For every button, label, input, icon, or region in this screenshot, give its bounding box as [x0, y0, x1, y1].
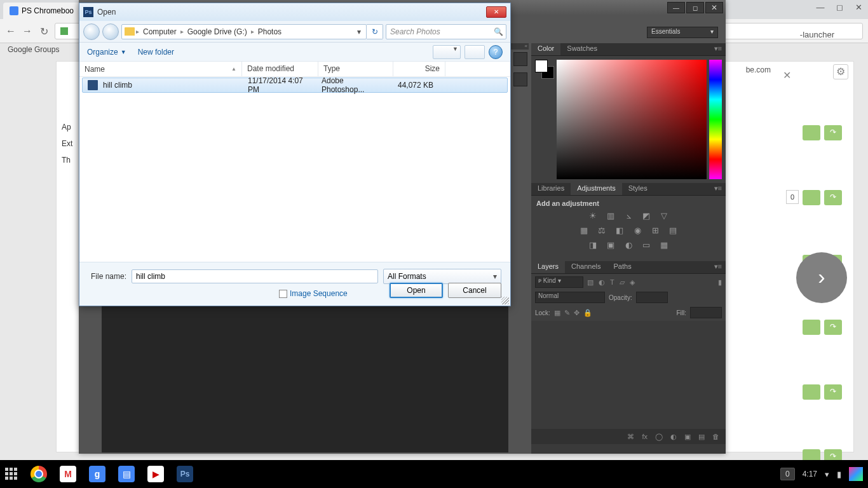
filter-pixel-icon[interactable]: ▧	[587, 278, 593, 287]
gmail-icon[interactable]: M	[60, 466, 76, 482]
chevron-down-icon[interactable]: ▾	[355, 27, 363, 36]
share-button[interactable]: ↷	[824, 320, 842, 335]
ext-button[interactable]	[803, 320, 820, 335]
share-button[interactable]: ↷	[824, 190, 842, 205]
new-folder-button[interactable]: New folder	[138, 48, 174, 57]
ps-maximize[interactable]: ◻	[686, 2, 704, 13]
paths-tab[interactable]: Paths	[607, 261, 638, 273]
close-icon[interactable]: ✕	[782, 69, 791, 78]
gdocs-icon[interactable]: ▤	[118, 466, 135, 482]
nav-forward-button[interactable]	[102, 24, 119, 40]
exposure-icon[interactable]: ◩	[641, 211, 652, 222]
lock-paint-icon[interactable]: ✎	[564, 309, 570, 317]
invert-icon[interactable]: ◨	[587, 240, 599, 252]
blend-mode-select[interactable]: Normal	[535, 292, 605, 303]
photoshop-icon[interactable]: Ps	[177, 466, 193, 482]
layers-list[interactable]	[531, 321, 726, 429]
vibrance-icon[interactable]: ▽	[658, 211, 670, 222]
chrome-icon[interactable]	[31, 466, 47, 482]
styles-tab[interactable]: Styles	[622, 183, 654, 195]
ext-button[interactable]	[803, 125, 820, 140]
filter-toggle-icon[interactable]: ▮	[718, 278, 722, 287]
file-filter-select[interactable]: All Formats	[383, 269, 501, 284]
filter-type-icon[interactable]: T	[610, 278, 614, 287]
workspace-selector[interactable]: Essentials	[647, 27, 718, 38]
youtube-icon[interactable]: ▶	[147, 466, 164, 482]
trash-icon[interactable]: 🗑	[712, 433, 719, 440]
lookup-icon[interactable]: ▤	[667, 226, 679, 237]
reload-button[interactable]: ↻	[38, 25, 50, 37]
breadcrumb-seg[interactable]: Computer	[140, 27, 179, 36]
chevron-right-icon[interactable]: ▸	[180, 28, 184, 35]
adjustments-tab[interactable]: Adjustments	[571, 183, 622, 195]
libraries-tab[interactable]: Libraries	[531, 183, 571, 195]
back-button[interactable]: ←	[5, 25, 17, 37]
preview-pane-button[interactable]	[465, 45, 485, 59]
col-date[interactable]: Date modified	[242, 62, 318, 76]
gradient-map-icon[interactable]: ▭	[641, 240, 652, 252]
dialog-close-button[interactable]: ✕	[486, 6, 506, 18]
bookmark-item[interactable]: Google Groups	[8, 45, 59, 54]
channel-mixer-icon[interactable]: ⊞	[649, 226, 661, 237]
col-type[interactable]: Type	[318, 62, 393, 76]
share-button[interactable]: ↷	[824, 384, 842, 400]
col-size[interactable]: Size	[393, 62, 445, 76]
forward-button[interactable]: →	[22, 25, 33, 37]
apps-launcher-icon[interactable]	[5, 468, 18, 480]
levels-icon[interactable]: ▥	[605, 211, 616, 222]
channels-tab[interactable]: Channels	[565, 261, 607, 273]
lock-trans-icon[interactable]: ▦	[554, 309, 560, 317]
filter-smart-icon[interactable]: ◈	[630, 278, 635, 287]
search-icon[interactable]: 🔍	[494, 27, 503, 36]
google-icon[interactable]: g	[89, 466, 105, 482]
foreground-swatch[interactable]	[535, 60, 548, 72]
chevron-right-icon[interactable]: ▸	[251, 28, 254, 35]
chrome-minimize[interactable]: —	[814, 3, 827, 12]
swatches-tab[interactable]: Swatches	[560, 43, 604, 55]
col-name[interactable]: Name▲	[79, 62, 242, 76]
breadcrumb-seg[interactable]: Google Drive (G:)	[185, 27, 250, 36]
group-icon[interactable]: ▣	[684, 433, 691, 441]
view-options-button[interactable]: ▼	[433, 45, 461, 59]
new-layer-icon[interactable]: ▤	[698, 433, 705, 441]
clock[interactable]: 4:17	[803, 470, 817, 478]
panel-collapse-icon[interactable]: «	[510, 43, 529, 50]
posterize-icon[interactable]: ▣	[605, 240, 616, 252]
threshold-icon[interactable]: ◐	[623, 240, 634, 252]
ext-button[interactable]	[803, 190, 820, 205]
bw-icon[interactable]: ◧	[614, 226, 625, 237]
notification-badge[interactable]: 0	[780, 468, 795, 480]
open-button[interactable]: Open	[390, 283, 443, 298]
history-icon[interactable]	[513, 52, 527, 66]
resize-grip[interactable]	[501, 297, 509, 304]
color-field[interactable]	[557, 60, 707, 179]
search-input[interactable]: Search Photos 🔍	[386, 24, 506, 39]
scroll-next-button[interactable]: ›	[796, 252, 847, 303]
filter-adj-icon[interactable]: ◐	[599, 278, 605, 287]
file-row[interactable]: hill climb 11/17/2014 4:07 PM Adobe Phot…	[82, 78, 508, 93]
filter-shape-icon[interactable]: ▱	[620, 278, 625, 287]
panel-menu-icon[interactable]: ▾≡	[710, 183, 726, 195]
opacity-input[interactable]	[636, 292, 668, 303]
battery-icon[interactable]: ▮	[837, 470, 841, 479]
layer-filter-kind[interactable]: ᴩ Kind ▾	[535, 276, 583, 288]
chrome-maximize[interactable]: ◻	[833, 3, 846, 12]
chrome-close[interactable]: ✕	[852, 3, 865, 12]
curves-icon[interactable]: ⦣	[623, 211, 634, 222]
balance-icon[interactable]: ⚖	[596, 226, 607, 237]
link-layers-icon[interactable]: ⌘	[627, 433, 634, 441]
wifi-icon[interactable]: ▾	[825, 470, 829, 479]
properties-icon[interactable]	[513, 72, 527, 86]
settings-gear-icon[interactable]: ⚙	[833, 64, 848, 79]
lock-all-icon[interactable]: 🔒	[583, 309, 592, 317]
help-button[interactable]: ?	[489, 45, 503, 59]
cancel-button[interactable]: Cancel	[448, 283, 501, 298]
filename-input[interactable]: hill climb	[132, 269, 378, 283]
refresh-button[interactable]: ↻	[367, 24, 383, 39]
fill-input[interactable]	[690, 307, 722, 318]
selective-color-icon[interactable]: ▦	[658, 240, 670, 252]
ps-close[interactable]: ✕	[705, 2, 723, 13]
chrome-tab[interactable]: PS Chromeboo	[3, 3, 80, 19]
ps-minimize[interactable]: —	[667, 2, 685, 13]
adj-layer-icon[interactable]: ◐	[670, 433, 677, 441]
